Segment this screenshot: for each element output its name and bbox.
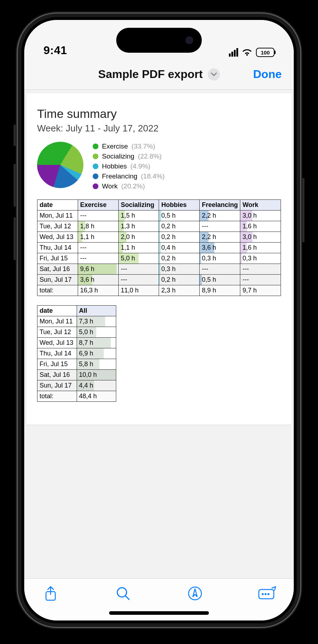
share-button[interactable] xyxy=(40,586,61,602)
markup-button[interactable] xyxy=(184,586,206,601)
page-subtitle: Week: July 11 - July 17, 2022 xyxy=(37,123,281,134)
search-button[interactable] xyxy=(112,586,134,601)
wifi-icon xyxy=(242,48,252,56)
table-row: Fri, Jul 155,8 h xyxy=(37,359,116,370)
table-header: All xyxy=(77,306,116,316)
legend-percent: (33.7%) xyxy=(132,142,155,150)
table-row: Tue, Jul 125,0 h xyxy=(37,327,116,338)
table-header: Hobbies xyxy=(159,200,200,211)
table-row: Sun, Jul 173,6 h---0,2 h0,5 h--- xyxy=(37,275,281,285)
legend-dot xyxy=(93,144,98,149)
table-header: Exercise xyxy=(78,200,118,211)
nav-title[interactable]: Sample PDF export xyxy=(98,68,220,81)
table-header: Freelancing xyxy=(200,200,240,211)
table-row: Fri, Jul 15---5,0 h0,2 h0,3 h0,3 h xyxy=(37,253,281,264)
table-row: Thu, Jul 14---1,1 h0,4 h3,6 h1,6 h xyxy=(37,243,281,253)
table-row: Sat, Jul 169,6 h---0,3 h------ xyxy=(37,264,281,275)
legend-item: Exercise (33.7%) xyxy=(93,142,165,150)
chart-legend: Exercise (33.7%) Socializing (22.8%) Hob… xyxy=(93,142,165,190)
dynamic-island xyxy=(116,28,202,53)
table-total-row: total:48,4 h xyxy=(37,391,116,402)
table-row: Mon, Jul 117,3 h xyxy=(37,316,116,327)
nav-bar: Sample PDF export Done xyxy=(24,59,294,90)
legend-label: Work xyxy=(102,182,118,190)
table-row: Mon, Jul 11---1,5 h0,5 h2,2 h3,0 h xyxy=(37,211,281,221)
table-header: Work xyxy=(240,200,281,211)
summary-table: dateAllMon, Jul 117,3 hTue, Jul 125,0 hW… xyxy=(37,305,116,402)
pie-chart xyxy=(37,142,83,188)
battery-icon: 100 xyxy=(256,48,275,57)
legend-percent: (18.4%) xyxy=(141,172,165,180)
legend-percent: (20.2%) xyxy=(121,182,145,190)
legend-percent: (22.8%) xyxy=(138,152,162,160)
table-header: date xyxy=(37,306,77,316)
table-row: Wed, Jul 131,1 h2,0 h0,2 h2,2 h3,0 h xyxy=(37,232,281,243)
table-header: date xyxy=(37,200,78,211)
legend-label: Exercise xyxy=(102,142,128,150)
svg-point-6 xyxy=(268,594,269,595)
done-button[interactable]: Done xyxy=(253,68,282,81)
phone-frame: 9:41 100 Sample PDF export Done xyxy=(18,14,300,627)
table-total-row: total:16,3 h11,0 h2,3 h8,9 h9,7 h xyxy=(37,285,281,296)
table-row: Thu, Jul 146,9 h xyxy=(37,348,116,359)
detail-table: dateExerciseSocializingHobbiesFreelancin… xyxy=(37,199,281,296)
chevron-down-icon[interactable] xyxy=(208,68,220,80)
table-row: Sun, Jul 174,4 h xyxy=(37,380,116,391)
legend-dot xyxy=(93,163,98,169)
legend-label: Freelancing xyxy=(102,172,137,180)
home-indicator[interactable] xyxy=(109,611,209,615)
form-button[interactable] xyxy=(257,586,278,600)
page-title: Time summary xyxy=(37,107,281,121)
document-page: Time summary Week: July 11 - July 17, 20… xyxy=(26,93,292,425)
document-viewport[interactable]: Time summary Week: July 11 - July 17, 20… xyxy=(24,90,294,578)
table-row: Tue, Jul 121,8 h1,3 h0,2 h---1,6 h xyxy=(37,221,281,232)
legend-dot xyxy=(93,183,98,189)
table-header: Socializing xyxy=(118,200,159,211)
legend-label: Hobbies xyxy=(102,162,127,170)
legend-item: Work (20.2%) xyxy=(93,182,165,190)
status-time: 9:41 xyxy=(43,44,67,57)
legend-percent: (4.9%) xyxy=(130,162,150,170)
legend-dot xyxy=(93,173,98,179)
svg-point-5 xyxy=(265,594,266,595)
legend-label: Socializing xyxy=(102,152,134,160)
cellular-icon xyxy=(229,48,238,57)
legend-item: Hobbies (4.9%) xyxy=(93,162,165,170)
legend-item: Freelancing (18.4%) xyxy=(93,172,165,180)
legend-dot xyxy=(93,154,98,159)
table-row: Wed, Jul 138,7 h xyxy=(37,338,116,348)
table-row: Sat, Jul 1610,0 h xyxy=(37,370,116,380)
svg-point-4 xyxy=(262,594,263,595)
legend-item: Socializing (22.8%) xyxy=(93,152,165,160)
